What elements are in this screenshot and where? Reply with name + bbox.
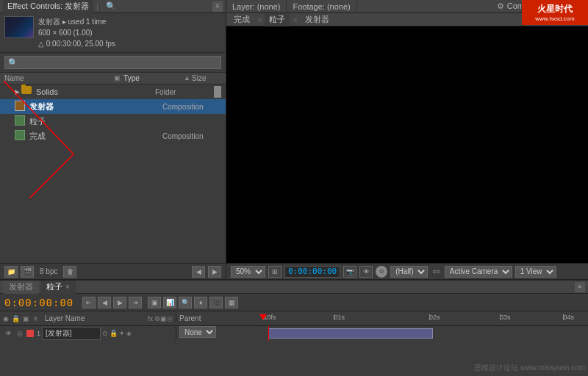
expand-arrow: ▶ xyxy=(15,88,20,95)
tab-close-lizi[interactable]: × xyxy=(65,283,70,291)
snapshot-btn[interactable]: 📷 xyxy=(343,266,356,278)
fit-btn[interactable]: ⊞ xyxy=(268,266,282,278)
layer-options: ⊙ 🔒 ✦ ◈ xyxy=(102,330,132,337)
layer-section: Layer: (none) xyxy=(226,0,287,12)
next-frame-btn[interactable]: ▶ xyxy=(113,297,126,308)
playhead-triangle xyxy=(259,314,267,320)
layer-name-header: Layer Name xyxy=(45,314,145,322)
ruler-container: 10fs 01s 02s 03s 04s xyxy=(235,314,588,322)
solo-header-icon: ◉ xyxy=(3,315,9,322)
home-btn[interactable]: ⇤ xyxy=(82,297,96,308)
timeline-controls: 0:00:00:00 ⇤ ◀ ▶ ⇥ ▣ 📊 🔍 ♦ 🎥 ▦ xyxy=(0,294,588,311)
left-panel: Effect Controls: 发射器 | 🔍 ≡ 发射器 ▸ used 1 … xyxy=(0,0,226,279)
parent-dropdown[interactable]: None xyxy=(179,326,216,338)
select-btn[interactable]: ▣ xyxy=(148,297,161,308)
camera-select[interactable]: Active Camera xyxy=(445,266,512,278)
trash-btn[interactable]: 🗑 xyxy=(63,266,76,278)
end-btn[interactable]: ⇥ xyxy=(129,297,142,308)
timeline-menu-icon[interactable]: ≡ xyxy=(575,282,585,292)
tab-label-fasheqi: 发射器 xyxy=(9,281,33,292)
tab-effect-controls[interactable]: Effect Controls: 发射器 xyxy=(3,0,93,13)
prev-frame-btn[interactable]: ◀ xyxy=(98,297,111,308)
tab-lizi[interactable]: 粒子 xyxy=(265,13,290,26)
tl-right-header: Parent 10fs 01s 02s 03s 04s xyxy=(176,314,588,322)
footage-label: Footage: (none) xyxy=(293,2,350,11)
item-name-solids: Solids xyxy=(36,87,155,96)
panel-bottom-toolbar: 📁 🎬 8 bpc 🗑 ◀ ▶ xyxy=(0,263,226,279)
timeline-tab-fasheqi[interactable]: 发射器 xyxy=(3,281,39,294)
item-type-wancheng: Composition xyxy=(162,132,221,140)
timeline-tabs: 发射器 粒子 × ≡ xyxy=(0,281,588,294)
effect-info-line3: △ 0:00:30:00, 25.00 fps xyxy=(38,38,115,49)
tl-layer-right: None xyxy=(176,326,588,341)
showhide-btn[interactable]: 👁 xyxy=(359,266,373,278)
target-btn[interactable]: ⊙ xyxy=(376,266,387,278)
ruler-tick-4s xyxy=(563,314,564,320)
scroll-indicator xyxy=(214,86,221,98)
layer-bar xyxy=(268,328,433,339)
tab-project[interactable]: 🔍 xyxy=(101,0,121,13)
logo-area: 火星时代 www.hxsd.com xyxy=(522,0,588,25)
eye-btn[interactable]: 👁 xyxy=(3,328,13,339)
expand-btn[interactable]: ◀ xyxy=(192,266,205,278)
timeline-layer-row: 👁 ◎ 1 [发射器] ⊙ 🔒 ✦ ◈ None xyxy=(0,326,588,341)
effect-info: 发射器 ▸ used 1 time 600 × 600 (1.00) △ 0:0… xyxy=(38,16,115,49)
ruler-mark-1s: 01s xyxy=(334,314,345,321)
tab-wancheng[interactable]: 完成 xyxy=(229,13,254,26)
comp-icon-lizi xyxy=(15,115,26,127)
timeline-control-btns: ⇤ ◀ ▶ ⇥ xyxy=(82,297,142,308)
ruler-tick-2s xyxy=(429,314,430,320)
tree-item-solids[interactable]: ▶ Solids Folder xyxy=(0,84,226,99)
sort-arrow: ▲ xyxy=(184,74,190,82)
quality-sep: ≡≡ xyxy=(432,268,440,275)
project-tree: ▶ Solids Folder 发射器 Composition xyxy=(0,84,226,263)
view-select[interactable]: 1 View xyxy=(515,266,556,278)
tree-item-fasheqi[interactable]: 发射器 Composition xyxy=(0,99,226,114)
sep1: × xyxy=(257,15,262,24)
playhead-line xyxy=(268,326,269,341)
timeline-header: ◉ 🔒 ▣ # Layer Name fx ⚙▣◎ Parent 10fs 01… xyxy=(0,311,588,326)
timeline-menu-btn[interactable]: ≡ xyxy=(575,282,585,292)
tree-col-size: Size xyxy=(192,74,221,82)
top-panels: Effect Controls: 发射器 | 🔍 ≡ 发射器 ▸ used 1 … xyxy=(0,0,588,279)
watermark: 思维设计论坛 www.missyuan.com xyxy=(474,363,585,373)
quality-select[interactable]: (Half) xyxy=(390,266,428,278)
search-input[interactable] xyxy=(4,56,221,69)
ruler-mark-4s: 04s xyxy=(563,314,574,321)
tab-fasheqi-viewer[interactable]: 发射器 xyxy=(301,13,334,26)
zoom-select[interactable]: 50% xyxy=(231,266,265,278)
playhead-indicator xyxy=(263,314,267,320)
collapse-btn[interactable]: ▶ xyxy=(208,266,221,278)
render-btn[interactable]: ▦ xyxy=(225,297,238,308)
search-btn[interactable]: 🔍 xyxy=(179,297,192,308)
lock-icon: 🔒 xyxy=(110,330,118,337)
comp-viewer xyxy=(226,26,588,263)
lock-header-icon: 🔒 xyxy=(12,315,20,322)
panel-tabs: Effect Controls: 发射器 | 🔍 ≡ xyxy=(0,0,226,13)
right-panel: Layer: (none) Footage: (none) ⚙ Composit… xyxy=(226,0,588,279)
layer-num: 1 xyxy=(37,330,40,337)
marker-btn[interactable]: ♦ xyxy=(194,297,207,308)
tree-col-type[interactable]: Type xyxy=(123,74,182,82)
tree-item-wancheng[interactable]: 完成 Composition xyxy=(0,129,226,143)
logo-sub: www.hxsd.com xyxy=(535,15,574,22)
footage-section: Footage: (none) xyxy=(287,0,356,12)
label-header-icon: ▣ xyxy=(23,315,29,322)
viewer-timecode[interactable]: 0:00:00:00 xyxy=(284,266,340,278)
effect-info-line2: 600 × 600 (1.00) xyxy=(38,27,115,38)
new-comp-btn[interactable]: 🎬 xyxy=(21,266,34,278)
item-type-fasheqi: Composition xyxy=(162,103,221,111)
camera-tool-btn[interactable]: 🎥 xyxy=(209,297,223,308)
ruler-tick-1s xyxy=(334,314,334,320)
graph-btn[interactable]: 📊 xyxy=(163,297,176,308)
timeline-timecode[interactable]: 0:00:00:00 xyxy=(4,297,74,308)
timeline-tab-lizi[interactable]: 粒子 × xyxy=(40,281,76,294)
tree-item-lizi[interactable]: 粒子 xyxy=(0,114,226,129)
layer-color-swatch xyxy=(26,330,34,337)
new-folder-btn[interactable]: 📁 xyxy=(4,266,18,278)
audio-btn[interactable]: ◎ xyxy=(15,328,25,339)
panel-menu-btn[interactable]: ≡ xyxy=(212,1,223,12)
item-name-wancheng: 完成 xyxy=(29,131,162,142)
tl-left-header: ◉ 🔒 ▣ # Layer Name fx ⚙▣◎ xyxy=(0,314,176,322)
layer-name-box[interactable]: [发射器] xyxy=(42,327,101,340)
